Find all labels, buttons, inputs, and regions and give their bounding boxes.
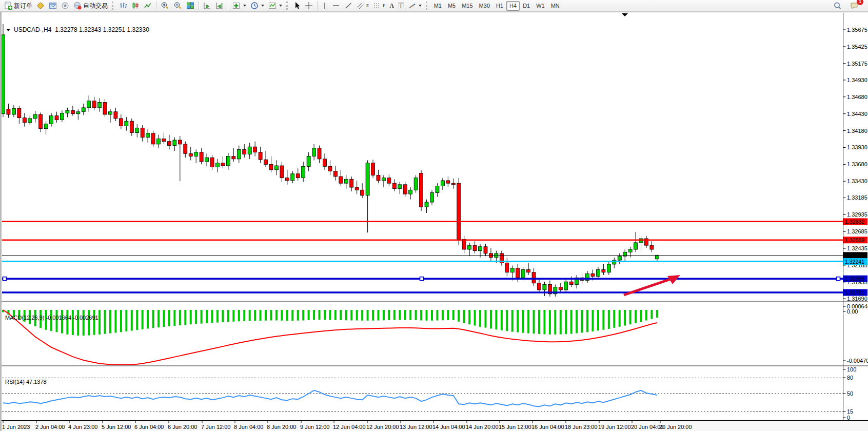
hline-drag-handle[interactable] — [3, 277, 7, 281]
time-tick-label: 12 Jun 20:00 — [366, 424, 399, 430]
fibonacci-glyph: F — [383, 4, 385, 8]
bull-candle — [194, 152, 198, 156]
time-tick-label: 7 Jun 12:00 — [201, 424, 231, 430]
bull-candle — [344, 179, 348, 183]
bear-candle — [55, 116, 58, 120]
hline-drag-handle[interactable] — [420, 277, 424, 281]
horizontal-line-button[interactable] — [330, 1, 342, 11]
periods-button[interactable] — [248, 1, 266, 11]
macd-indicator-label: MACD(12,26,9) -0.001664 -0.002691 — [5, 315, 98, 321]
pane-separator[interactable] — [2, 365, 868, 367]
bull-candle — [564, 282, 568, 290]
bull-candle — [441, 181, 444, 186]
line-chart-button[interactable] — [142, 1, 154, 11]
price-tick-label: 1.32435 — [847, 245, 867, 251]
search-button[interactable] — [831, 1, 844, 11]
bull-candle — [307, 156, 310, 167]
timeframe-m15[interactable]: M15 — [459, 1, 476, 11]
bull-candle — [146, 133, 150, 138]
candlestick-chart-button[interactable] — [129, 1, 142, 11]
crosshair-button[interactable] — [303, 1, 315, 11]
price-tag-label: 1.31781 — [845, 289, 864, 296]
time-tick-label: 4 Jun 23:00 — [68, 424, 98, 430]
new-order-label: 新订单 — [14, 2, 32, 10]
timeframe-h1[interactable]: H1 — [493, 1, 506, 11]
timeframe-h4[interactable]: H4 — [506, 1, 520, 11]
bear-candle — [591, 273, 595, 276]
terminal-button[interactable] — [59, 1, 71, 11]
fibonacci-button[interactable]: F — [371, 1, 387, 11]
price-tick-label: 1.31690 — [847, 296, 867, 302]
navigator-icon — [49, 2, 57, 10]
notifications-button[interactable]: 1 — [848, 1, 861, 11]
periods-dropdown-caret[interactable] — [261, 5, 264, 7]
time-tick-label: 20 Jun 20:00 — [659, 424, 692, 430]
market-watch-button[interactable] — [34, 1, 47, 11]
notification-badge[interactable]: 1 — [857, 0, 863, 5]
time-tick-label: 19 Jun 12:00 — [598, 424, 631, 430]
bear-candle — [457, 183, 461, 239]
hline-drag-handle[interactable] — [837, 277, 840, 281]
time-tick-label: 8 Jun 20:00 — [267, 424, 297, 430]
timeframe-m1[interactable]: M1 — [431, 1, 445, 11]
arrows-dropdown-caret[interactable] — [419, 5, 422, 7]
bull-candle — [607, 264, 610, 272]
zoom-in-button[interactable] — [159, 1, 171, 11]
indicators-dropdown-caret[interactable] — [243, 5, 246, 7]
timeframe-mn[interactable]: MN — [548, 1, 563, 11]
auto-scroll-button[interactable] — [201, 1, 213, 11]
templates-button[interactable] — [266, 1, 284, 11]
cursor-button[interactable] — [291, 1, 303, 11]
bull-candle — [436, 186, 439, 192]
bull-candle — [125, 121, 128, 126]
tile-windows-button[interactable] — [184, 1, 196, 11]
equidistant-channel-button[interactable]: E — [354, 1, 371, 11]
channel-glyph: E — [366, 4, 369, 8]
search-icon — [833, 2, 842, 10]
chart-canvas[interactable]: 1.356751.354251.351751.349301.346801.344… — [2, 12, 868, 431]
collapse-ohlc-arrow[interactable] — [6, 29, 10, 31]
label-tool-button[interactable]: T — [396, 1, 406, 11]
bear-candle — [559, 287, 562, 290]
timeframe-m5[interactable]: M5 — [445, 1, 459, 11]
zoom-out-button[interactable] — [171, 1, 184, 11]
new-order-button[interactable]: 新订单 — [2, 1, 34, 11]
bull-candle — [98, 102, 102, 108]
navigator-button[interactable] — [47, 1, 59, 11]
trendline-button[interactable] — [342, 1, 354, 11]
arrows-tool-button[interactable] — [406, 1, 424, 11]
toolbar-grip — [426, 2, 429, 10]
bear-candle — [377, 175, 380, 181]
timeframe-m30[interactable]: M30 — [476, 1, 493, 11]
timeframe-d1[interactable]: D1 — [520, 1, 533, 11]
bear-candle — [420, 173, 423, 207]
new-order-icon — [4, 2, 12, 10]
pane-separator[interactable] — [2, 301, 868, 303]
bar-chart-icon — [119, 2, 127, 10]
autotrading-button[interactable]: 自动交易 — [71, 1, 110, 11]
timeframe-w1[interactable]: W1 — [533, 1, 548, 11]
bear-candle — [71, 110, 74, 114]
indicators-button[interactable] — [230, 1, 248, 11]
vertical-line-button[interactable] — [320, 1, 330, 11]
text-tool-button[interactable]: A — [387, 1, 396, 11]
bull-candle — [312, 148, 316, 156]
templates-dropdown-caret[interactable] — [279, 5, 282, 7]
price-tick-label: 1.32685 — [847, 228, 867, 234]
bear-candle — [114, 112, 117, 119]
rsi-axis-label: 50 — [847, 390, 853, 397]
price-tick-label: 1.34430 — [847, 111, 867, 117]
zoom-in-icon — [161, 2, 169, 10]
chart-shift-icon — [215, 2, 224, 10]
bar-chart-button[interactable] — [117, 1, 129, 11]
toolbar-separator — [199, 1, 199, 10]
time-tick-label: 6 Jun 04:00 — [134, 424, 164, 430]
autotrading-icon — [73, 2, 82, 10]
bear-candle — [403, 185, 407, 194]
chart-shift-button[interactable] — [213, 1, 226, 11]
bull-candle — [628, 249, 632, 252]
price-tick-label: 1.32935 — [847, 211, 867, 218]
time-tick-label: 2 Jun 04:00 — [35, 424, 65, 430]
bear-candle — [184, 144, 187, 153]
price-tick-label: 1.35675 — [847, 27, 867, 33]
